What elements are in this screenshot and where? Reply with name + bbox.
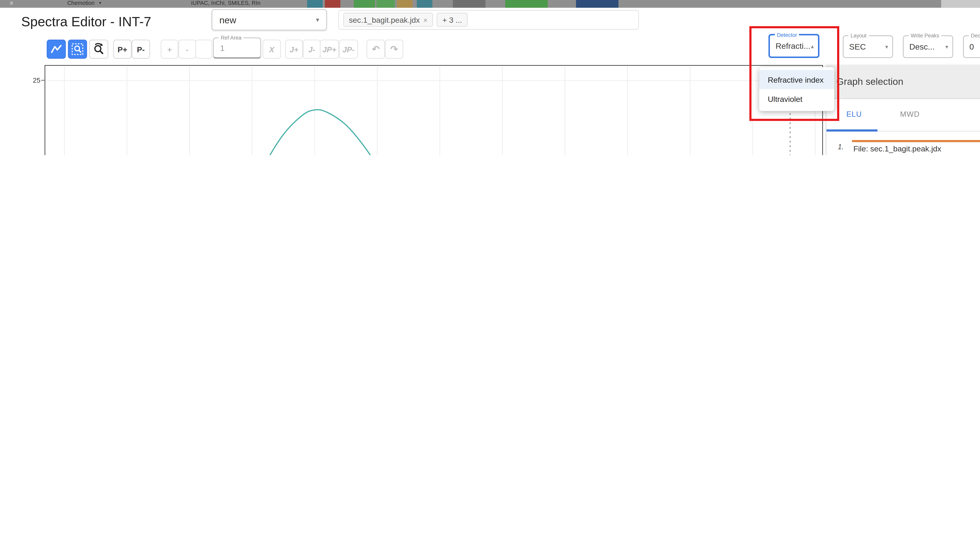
background-icon-block <box>453 0 486 8</box>
toolbar-line-mode-button[interactable] <box>47 40 66 58</box>
background-icon-block <box>505 0 548 8</box>
chevron-down-icon: ▾ <box>945 44 948 50</box>
zoom-area-icon <box>71 43 84 56</box>
toolbar-clear-button: X <box>262 40 281 58</box>
graph-selection-title: Graph selection <box>836 77 903 87</box>
file-tags-box[interactable]: sec.1_bagit.peak.jdx×+ 3 ... <box>338 10 639 30</box>
preset-select[interactable]: new ▾ <box>212 9 327 30</box>
file-curve-color-line <box>852 140 980 142</box>
decimal-select-label: Decimal <box>969 33 980 39</box>
file-row-label[interactable]: File: sec.1_bagit.peak.jdx <box>853 144 941 153</box>
decimal-select[interactable]: Decimal 0 ▾ <box>963 35 980 58</box>
chevron-down-icon: ▾ <box>99 0 101 5</box>
background-icon-block <box>397 0 412 8</box>
toolbar-plus-button: + <box>161 40 179 58</box>
background-icon-block <box>354 0 375 8</box>
background-icon-block <box>576 0 619 8</box>
file-tag[interactable]: + 3 ... <box>437 13 467 27</box>
decimal-select-value: 0 <box>969 43 974 51</box>
active-tab-underline <box>826 130 878 132</box>
toolbar-ref-area-field[interactable]: Ref Area1 <box>213 37 261 58</box>
chromatogram-chart[interactable] <box>45 65 823 155</box>
toolbar-zoom-reset-button[interactable] <box>89 40 108 58</box>
preset-select-value: new <box>219 15 236 25</box>
background-icon-block <box>325 0 340 8</box>
toolbar-jp-add-button: JP+ <box>320 40 339 58</box>
ref-area-label: Ref Area <box>219 35 244 41</box>
toolbar-blank-button <box>195 40 212 58</box>
spectra-editor-window: ≡ Chemotion ▾ IUPAC, InChI, SMILES, RIn … <box>0 0 980 155</box>
chevron-down-icon: ▾ <box>316 16 319 23</box>
hamburger-icon[interactable]: ≡ <box>10 0 13 6</box>
toolbar-redo-button: ↷ <box>385 40 403 58</box>
toolbar-j-remove-button: J- <box>303 40 321 58</box>
detector-dropdown-menu: Refractive indexUltraviolet <box>759 67 835 111</box>
toolbar-j-add-button: J+ <box>285 40 303 58</box>
detector-select-value: Refracti... <box>776 42 810 50</box>
write-peaks-select[interactable]: Write Peaks Desc... ▾ <box>903 35 953 58</box>
file-row-index: 1. <box>838 143 844 151</box>
detector-option-ultraviolet[interactable]: Ultraviolet <box>759 89 835 108</box>
layout-select-label: Layout <box>848 33 869 39</box>
background-icon-block <box>307 0 322 8</box>
file-tag-label: + 3 ... <box>442 15 462 24</box>
background-icon-block <box>417 0 432 8</box>
page-title: Spectra Editor - INT-7 <box>21 14 151 30</box>
background-icon-block <box>377 0 395 8</box>
chevron-up-icon: ▴ <box>811 43 814 49</box>
tab-elu[interactable]: ELU <box>846 110 862 118</box>
graph-selection-header[interactable]: Graph selection ^ <box>826 65 980 99</box>
tab-mwd[interactable]: MWD <box>900 110 920 118</box>
toolbar-jp-remove-button: JP- <box>339 40 358 58</box>
chevron-down-icon: ▾ <box>885 44 888 50</box>
ref-area-value: 1 <box>220 44 225 52</box>
background-app-bar: ≡ Chemotion ▾ IUPAC, InChI, SMILES, RIn … <box>0 0 980 8</box>
background-bar-right: INT test ▾ <box>941 0 980 8</box>
detector-select[interactable]: Detector Refracti... ▴ <box>768 34 820 58</box>
toolbar-minus-button: - <box>179 40 196 58</box>
toolbar-undo-button: ↶ <box>367 40 385 58</box>
background-nav-app[interactable]: Chemotion <box>67 0 95 6</box>
y-tick-label: 25 <box>19 76 40 84</box>
write-peaks-select-value: Desc... <box>909 43 935 51</box>
line-chart-icon <box>50 43 62 55</box>
detector-select-label: Detector <box>775 32 799 38</box>
detector-option-refractive-index[interactable]: Refractive index <box>759 70 835 89</box>
file-tag-label: sec.1_bagit.peak.jdx <box>349 15 420 24</box>
toolbar-zoom-select-button[interactable] <box>68 40 87 58</box>
background-nav-fragment: IUPAC, InChI, SMILES, RIn <box>191 0 260 6</box>
write-peaks-select-label: Write Peaks <box>909 33 942 39</box>
y-tick-mark <box>41 80 45 81</box>
toolbar-peak-add-button[interactable]: P+ <box>113 40 132 58</box>
remove-tag-icon[interactable]: × <box>423 16 427 24</box>
file-tag[interactable]: sec.1_bagit.peak.jdx× <box>343 13 433 27</box>
zoom-reset-icon <box>92 43 105 56</box>
toolbar-peak-remove-button[interactable]: P- <box>132 40 150 58</box>
layout-select[interactable]: Layout SEC ▾ <box>843 35 893 58</box>
layout-select-value: SEC <box>849 43 866 51</box>
